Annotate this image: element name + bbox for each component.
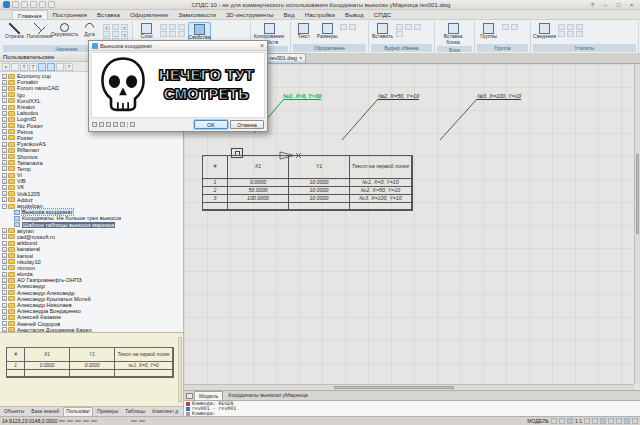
vertical-scroll-thumb[interactable] bbox=[636, 154, 639, 234]
ribbon-tool[interactable]: Отрезок bbox=[3, 22, 26, 40]
dialog-titlebar[interactable]: Выноска координат × bbox=[89, 41, 267, 51]
expand-icon[interactable]: + bbox=[2, 247, 7, 252]
dimensions-tool[interactable]: Размеры bbox=[317, 22, 339, 40]
expand-icon[interactable]: + bbox=[2, 142, 7, 147]
expand-icon[interactable]: + bbox=[2, 185, 7, 190]
sidebar-tab[interactable]: База знаний bbox=[28, 407, 62, 417]
ribbon-tab[interactable]: Оформление bbox=[125, 10, 173, 19]
workspace-gear-icon[interactable] bbox=[551, 418, 557, 424]
expand-icon[interactable]: + bbox=[2, 129, 7, 134]
ribbon-tab[interactable]: Главная bbox=[12, 10, 48, 19]
expand-icon[interactable]: + bbox=[2, 228, 7, 233]
layers-tool[interactable]: Слои bbox=[135, 22, 158, 40]
regen-icon[interactable] bbox=[624, 418, 630, 424]
expand-icon[interactable]: + bbox=[2, 191, 7, 196]
expand-icon[interactable]: + bbox=[2, 123, 7, 128]
status-toggle-button[interactable] bbox=[115, 420, 121, 422]
expand-icon[interactable]: + bbox=[2, 234, 7, 239]
status-toggle-button[interactable] bbox=[67, 420, 73, 422]
expand-icon[interactable]: + bbox=[2, 80, 7, 85]
ribbon-tool[interactable]: Окружность bbox=[53, 22, 76, 38]
lock-icon[interactable] bbox=[160, 24, 167, 30]
expand-icon[interactable]: + bbox=[2, 179, 7, 184]
ribbon-tool[interactable]: Полилиния bbox=[28, 22, 51, 40]
autoscale-icon[interactable] bbox=[567, 418, 573, 424]
mtext-icon[interactable] bbox=[340, 24, 347, 30]
unlock-icon[interactable] bbox=[169, 24, 176, 30]
pan-icon[interactable] bbox=[584, 418, 590, 424]
status-toggle-button[interactable] bbox=[99, 420, 105, 422]
dialog-close-icon[interactable]: × bbox=[260, 42, 264, 50]
ribbon-tab[interactable]: 3D-инструменты bbox=[221, 10, 279, 19]
layout-grid-icon[interactable] bbox=[186, 393, 193, 399]
group-label-block[interactable]: Блок bbox=[437, 46, 472, 52]
horizontal-scrollbar[interactable] bbox=[184, 384, 634, 390]
expand-icon[interactable]: + bbox=[2, 92, 7, 97]
ribbon-tool[interactable]: Дуга bbox=[78, 22, 101, 38]
status-toggle-button[interactable] bbox=[59, 420, 65, 422]
properties-tool[interactable]: Свойства bbox=[188, 22, 211, 42]
ribbon-tab[interactable]: Построения bbox=[48, 10, 92, 19]
annotation-scale[interactable]: 1:1 bbox=[575, 418, 582, 424]
preview-scrollbar[interactable] bbox=[178, 337, 182, 402]
expand-icon[interactable]: + bbox=[2, 160, 7, 165]
ok-button[interactable]: OK bbox=[194, 120, 228, 129]
coordinate-table[interactable]: # X1 Y1 Текст на первой полке 1 0.0000 1… bbox=[202, 155, 413, 211]
sidebar-tab[interactable]: Комплект д bbox=[149, 407, 181, 417]
cancel-button[interactable]: Отмена bbox=[230, 120, 264, 129]
orbit-icon[interactable] bbox=[616, 418, 622, 424]
pencil-icon[interactable] bbox=[92, 122, 97, 127]
id-point-icon[interactable] bbox=[558, 31, 565, 37]
list-view-icon[interactable] bbox=[47, 63, 55, 71]
ribbon-tab[interactable]: Зависимости bbox=[173, 10, 221, 19]
zoom-window-icon[interactable] bbox=[600, 418, 606, 424]
leader-icon[interactable] bbox=[349, 24, 356, 30]
layout-tab[interactable]: Модель bbox=[194, 391, 223, 401]
text-edit-icon[interactable]: T bbox=[29, 63, 37, 71]
star-icon[interactable] bbox=[120, 122, 125, 127]
region-icon[interactable]: ▾ bbox=[121, 31, 128, 37]
sidebar-tab[interactable]: Инструмен bbox=[182, 407, 183, 417]
expand-icon[interactable]: + bbox=[2, 284, 7, 289]
copy-base-icon[interactable] bbox=[414, 24, 421, 30]
group-label-clipboard[interactable]: Буфер обмена bbox=[371, 44, 432, 52]
annotation-visibility-icon[interactable] bbox=[559, 418, 565, 424]
expand-icon[interactable]: + bbox=[2, 272, 7, 277]
expand-icon[interactable]: + bbox=[2, 111, 7, 116]
group-label-group[interactable]: Группа bbox=[477, 44, 528, 52]
upload-icon[interactable] bbox=[56, 63, 64, 71]
expand-icon[interactable]: + bbox=[2, 259, 7, 264]
quick-select-icon[interactable] bbox=[567, 24, 574, 30]
sidebar-help-icon[interactable]: ? bbox=[65, 63, 73, 71]
groups-tool[interactable]: Группы bbox=[477, 22, 500, 40]
group-label-utils[interactable]: Утилиты bbox=[533, 44, 636, 52]
web-icon[interactable] bbox=[130, 122, 135, 127]
model-space-label[interactable]: МОДЕЛЬ bbox=[527, 418, 549, 424]
measure-icon[interactable] bbox=[558, 24, 565, 30]
expand-icon[interactable]: + bbox=[2, 197, 7, 202]
sidebar-tab[interactable]: Таблицы bbox=[122, 407, 148, 417]
expand-icon[interactable]: + bbox=[2, 309, 7, 314]
freeze-icon[interactable] bbox=[178, 24, 185, 30]
isolate-icon[interactable] bbox=[178, 31, 185, 37]
ellipse-icon[interactable] bbox=[103, 31, 110, 37]
expand-icon[interactable]: + bbox=[2, 98, 7, 103]
new-icon[interactable] bbox=[12, 1, 19, 8]
layer-off-icon[interactable] bbox=[169, 31, 176, 37]
expand-icon[interactable]: + bbox=[2, 117, 7, 122]
open-icon[interactable] bbox=[21, 1, 28, 8]
table-view-icon[interactable] bbox=[38, 63, 46, 71]
sidebar-tab[interactable]: Примеры bbox=[94, 407, 121, 417]
expand-icon[interactable]: + bbox=[2, 173, 7, 178]
close-icon[interactable]: × bbox=[626, 1, 637, 9]
expand-icon[interactable]: + bbox=[2, 253, 7, 258]
spline-icon[interactable]: ▾ bbox=[121, 24, 128, 30]
status-toggle-button[interactable] bbox=[83, 420, 89, 422]
ribbon-tab[interactable]: Вид bbox=[278, 10, 299, 19]
purge-icon[interactable] bbox=[567, 31, 574, 37]
expand-icon[interactable]: + bbox=[2, 303, 7, 308]
copy-icon[interactable] bbox=[405, 24, 412, 30]
status-toggle-button[interactable] bbox=[91, 420, 97, 422]
coordinate-leader-3[interactable]: №3. X=100, Y=10 bbox=[477, 93, 521, 100]
sidebar-tab[interactable]: Объекты bbox=[1, 407, 27, 417]
